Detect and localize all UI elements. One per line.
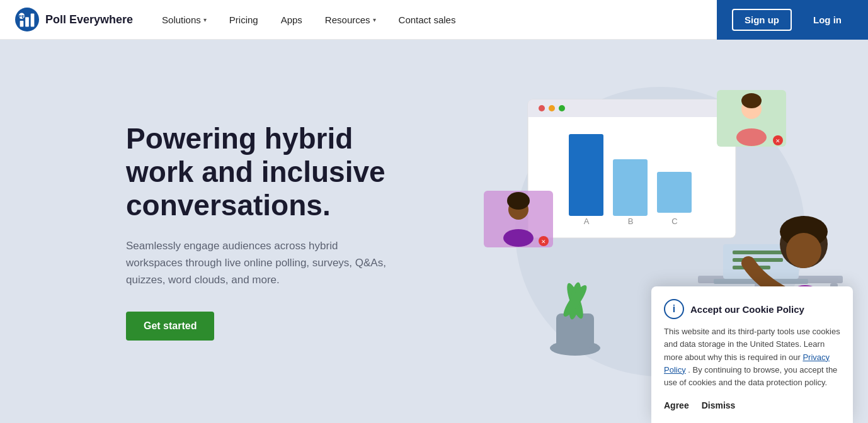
logo-icon: PE — [15, 8, 39, 31]
svg-text:C: C — [671, 217, 677, 226]
nav-pricing[interactable]: Pricing — [220, 9, 267, 30]
svg-rect-2 — [25, 17, 29, 26]
svg-rect-15 — [657, 172, 692, 213]
svg-point-12 — [559, 105, 565, 111]
brand-name: Poll Everywhere — [45, 13, 133, 26]
svg-text:✕: ✕ — [541, 239, 546, 245]
nav-contact[interactable]: Contact sales — [390, 9, 465, 30]
hero-content: Powering hybrid work and inclusive conve… — [126, 122, 416, 340]
nav-apps[interactable]: Apps — [272, 9, 311, 30]
svg-text:A: A — [584, 217, 590, 226]
info-icon: i — [664, 299, 684, 319]
svg-text:✕: ✕ — [775, 138, 780, 144]
chevron-down-icon: ▾ — [203, 16, 207, 23]
signup-button[interactable]: Sign up — [732, 9, 792, 31]
svg-rect-13 — [569, 134, 603, 216]
svg-point-22 — [736, 128, 767, 146]
svg-point-11 — [549, 105, 555, 111]
nav-solutions[interactable]: Solutions ▾ — [153, 9, 215, 30]
cookie-agree-button[interactable]: Agree — [664, 398, 689, 413]
cookie-body: This website and its third-party tools u… — [664, 325, 840, 389]
hero-title: Powering hybrid work and inclusive conve… — [126, 122, 416, 222]
cookie-actions: Agree Dismiss — [664, 398, 840, 413]
svg-point-21 — [741, 93, 762, 108]
svg-text:PE: PE — [18, 14, 25, 20]
svg-rect-36 — [733, 251, 783, 254]
svg-rect-37 — [733, 258, 783, 262]
get-started-button[interactable]: Get started — [126, 312, 214, 341]
login-button[interactable]: Log in — [802, 10, 853, 30]
svg-point-42 — [786, 233, 821, 268]
hero-subtitle: Seamlessly engage audiences across hybri… — [126, 237, 391, 289]
svg-point-10 — [539, 105, 545, 111]
svg-rect-14 — [613, 159, 648, 216]
navbar: PE Poll Everywhere Solutions ▾ Pricing A… — [0, 0, 868, 40]
nav-links: Solutions ▾ Pricing Apps Resources ▾ Con… — [153, 9, 717, 30]
nav-actions: Sign up Log in — [717, 0, 868, 40]
cookie-title: Accept our Cookie Policy — [690, 304, 804, 315]
chevron-down-icon: ▾ — [373, 16, 376, 23]
logo-link[interactable]: PE Poll Everywhere — [15, 8, 133, 31]
svg-text:B: B — [628, 217, 634, 226]
cookie-dismiss-button[interactable]: Dismiss — [702, 398, 736, 413]
svg-rect-1 — [20, 21, 24, 27]
svg-rect-3 — [31, 14, 35, 27]
nav-resources[interactable]: Resources ▾ — [316, 9, 385, 30]
svg-point-28 — [503, 229, 534, 247]
svg-rect-50 — [556, 313, 594, 348]
cookie-header: i Accept our Cookie Policy — [664, 299, 840, 319]
svg-point-27 — [507, 192, 530, 210]
cookie-banner: i Accept our Cookie Policy This website … — [651, 286, 853, 423]
